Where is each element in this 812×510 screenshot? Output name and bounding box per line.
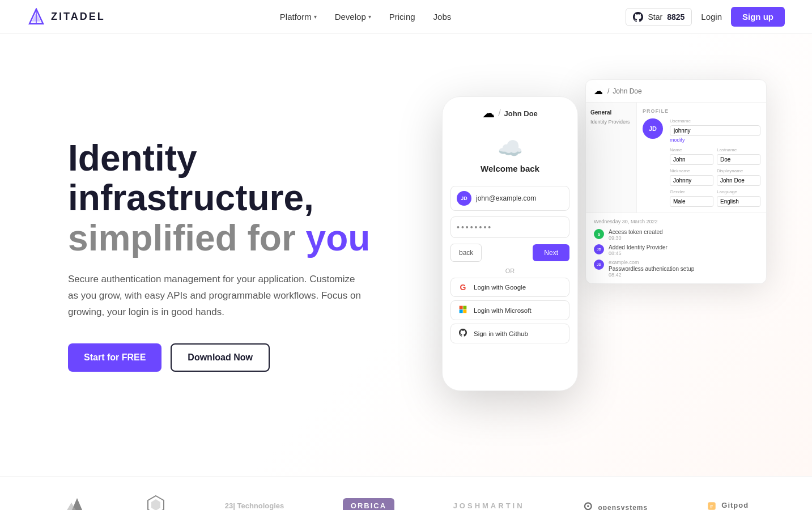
gender-label: Gender [670,189,713,194]
logo[interactable]: ZITADEL [27,8,105,26]
language-label: Language [717,189,760,194]
phone-back-next: back Next [450,244,569,262]
svg-rect-6 [463,309,466,313]
google-label: Login with Google [474,284,526,291]
activity-section: Wednesday 30, March 2022 S Access token … [586,212,766,283]
activity-dot-s: S [594,229,604,239]
sidebar-general: General [590,109,632,116]
welcome-text: Welcome back [452,164,568,173]
phone-password-field[interactable]: •••••••• [450,216,569,238]
nav-links: Platform ▾ Develop ▾ Pricing Jobs [280,12,451,22]
gender-field: Gender [670,189,713,207]
navbar: ZITADEL Platform ▾ Develop ▾ Pricing Job… [0,0,812,34]
nickname-input[interactable] [670,175,713,186]
profile-avatar: JD [643,118,663,139]
nickname-label: Nickname [670,168,713,173]
name-input[interactable] [670,154,713,165]
svg-rect-3 [460,306,463,309]
phone-username: John Doe [504,109,538,118]
google-login-button[interactable]: G Login with Google [450,278,569,297]
modify-link[interactable]: modify [670,137,760,143]
logo-gitpod: # Gitpod [707,501,749,511]
username-field: Username modify [670,118,760,143]
nav-platform[interactable]: Platform ▾ [280,12,317,22]
phone-welcome-area: ☁️ Welcome back [443,125,577,180]
svg-rect-5 [460,309,463,313]
logo-orbica: ORBICA [343,498,394,510]
lastname-field: Lastname [717,147,760,165]
activity-item-1: S Access token created 09:30 [594,229,758,241]
or-divider: OR [443,267,577,274]
admin-header: ☁ / John Doe [586,80,766,103]
profile-avatar-section: JD [643,118,663,141]
microsoft-icon [458,305,468,315]
logo-icon [27,8,45,26]
star-button[interactable]: Star 8825 [626,8,692,26]
admin-profile-content: PROFILE JD Username modify [637,103,766,212]
hero-section: Identity infrastructure, simplified for … [0,34,812,476]
hero-content: Identity infrastructure, simplified for … [68,138,397,372]
language-field: Language [717,189,760,207]
svg-marker-10 [151,499,160,510]
back-button[interactable]: back [450,244,482,262]
activity-item-2: JD Added Identity Provider 08:45 [594,244,758,256]
download-now-button[interactable]: Download Now [171,343,270,372]
logo-23tech: 23| Technologies [225,502,284,510]
svg-text:#: # [710,503,713,509]
activity-dot-jd2: JD [594,260,604,270]
star-count: 8825 [667,12,685,22]
github-icon-btn [458,329,468,338]
phone-avatar: JD [457,191,471,206]
phone-email: john@example.com [476,194,536,202]
profile-grid: Name Lastname Nickname [670,147,760,207]
activity-text-1: Access token created 09:30 [609,229,663,241]
phone-header: ☁ / John Doe [443,97,577,125]
logo-opensystems: ⊙ opensystems [583,499,648,511]
activity-text-3: example.com Passwordless authenication s… [609,260,694,278]
displayname-label: Displayname [717,168,760,173]
displayname-field: Displayname [717,168,760,186]
activity-dot-jd1: JD [594,244,604,254]
start-free-button[interactable]: Start for FREE [68,343,161,372]
admin-cloud-icon: ☁ [594,86,603,96]
language-input[interactable] [717,196,760,207]
microsoft-login-button[interactable]: Login with Microsoft [450,300,569,320]
gender-input[interactable] [670,196,713,207]
star-label: Star [648,12,662,22]
lastname-label: Lastname [717,147,760,152]
name-label: Name [670,147,713,152]
hero-title: Identity infrastructure, simplified for … [68,138,397,258]
displayname-input[interactable] [717,175,760,186]
login-button[interactable]: Login [701,12,722,22]
logo-text: ZITADEL [51,11,105,23]
logo-mountains [63,495,87,510]
chevron-down-icon: ▾ [314,14,317,20]
nav-pricing[interactable]: Pricing [389,12,415,22]
hero-visual: ☁ / John Doe ☁️ Welcome back JD john@exa… [397,62,767,448]
nav-jobs[interactable]: Jobs [433,12,452,22]
slash-separator: / [498,108,500,118]
nickname-field: Nickname [670,168,713,186]
breadcrumb-slash: / [607,87,609,95]
logo-joshmartin: JOSHMARTIN [453,502,525,510]
admin-body: General Identity Providers PROFILE JD Us… [586,103,766,212]
profile-fields: Username modify Name Lastname [670,118,760,207]
profile-title: PROFILE [643,108,760,114]
logo-hex [146,495,166,510]
activity-text-2: Added Identity Provider 08:45 [609,244,668,256]
hero-description: Secure authentication management for you… [68,271,363,321]
signup-button[interactable]: Sign up [731,7,785,27]
username-input[interactable] [670,125,760,136]
github-icon [633,12,643,22]
next-button[interactable]: Next [533,244,569,261]
nav-develop[interactable]: Develop ▾ [335,12,371,22]
microsoft-label: Login with Microsoft [474,307,532,314]
cloud-icon: ☁ [482,106,495,121]
svg-rect-4 [463,306,466,309]
github-login-button[interactable]: Sign in with Github [450,324,569,343]
lastname-input[interactable] [717,154,760,165]
phone-cloud-big-icon: ☁️ [452,137,568,160]
github-label: Sign in with Github [474,330,528,337]
logos-strip: 23| Technologies ORBICA JOSHMARTIN ⊙ ope… [0,476,812,510]
admin-breadcrumb: / John Doe [607,87,642,95]
